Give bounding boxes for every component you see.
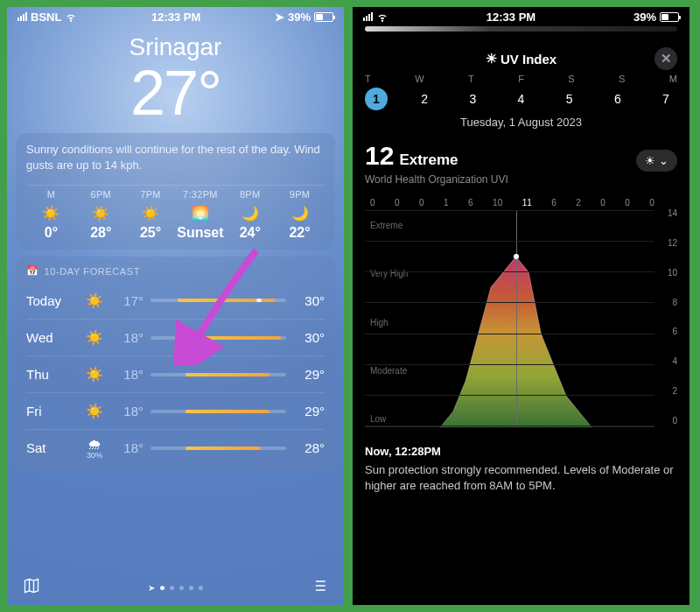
ten-day-card[interactable]: 📅 10-DAY FORECAST Today☀️17°30°Wed☀️18°3… xyxy=(16,257,335,469)
hour-label: M xyxy=(26,189,76,200)
location-arrow-icon: ➤ xyxy=(275,11,284,24)
uv-index-screen: 12:33 PM 39% ☀︎ UV Index ✕ TWTFSSM 12345… xyxy=(353,7,690,605)
hour-label: 7PM xyxy=(126,189,176,200)
hourly-item[interactable]: 9PM🌙22° xyxy=(275,189,325,241)
weekday-header: TWTFSSM xyxy=(365,74,677,84)
battery-pct: 39% xyxy=(288,11,311,24)
day-name: Wed xyxy=(26,330,75,345)
day-name: Thu xyxy=(26,367,75,382)
conditions-text: Sunny conditions will continue for the r… xyxy=(26,142,325,172)
status-bar: BSNL 12:33 PM ➤ 39% xyxy=(7,7,344,26)
uv-description: Sun protection strongly recommended. Lev… xyxy=(365,462,677,493)
list-button[interactable] xyxy=(311,577,328,598)
day-button[interactable]: 4 xyxy=(509,88,532,110)
now-dot xyxy=(514,254,519,259)
page-dots[interactable]: ➤ xyxy=(148,583,203,593)
clock: 12:33 PM xyxy=(486,11,536,24)
conditions-card[interactable]: Sunny conditions will continue for the r… xyxy=(16,133,335,250)
day-button[interactable]: 1 xyxy=(365,88,388,110)
high-temp: 29° xyxy=(286,404,325,419)
temp-range-bar xyxy=(150,299,286,302)
carrier-label: BSNL xyxy=(31,11,61,24)
chevron-down-icon: ⌄ xyxy=(659,154,668,167)
low-temp: 18° xyxy=(114,367,144,382)
uv-value: 12 xyxy=(365,141,394,171)
weather-icon: 🌅 xyxy=(175,205,225,222)
hour-label: 7:32PM xyxy=(175,189,225,200)
hour-value: 25° xyxy=(126,225,176,241)
weather-icon: ☀️ xyxy=(26,205,76,222)
low-temp: 18° xyxy=(114,404,144,419)
weather-icon: ☀️ xyxy=(75,366,114,383)
hour-label: 8PM xyxy=(225,189,275,200)
temp-range-bar xyxy=(150,336,286,340)
hour-value: 24° xyxy=(225,225,275,241)
ten-day-title: 10-DAY FORECAST xyxy=(45,266,140,277)
battery-icon xyxy=(314,12,333,22)
weather-icon: 🌙 xyxy=(275,205,325,222)
map-button[interactable] xyxy=(23,577,40,598)
weather-icon: ☀️ xyxy=(75,292,114,309)
metric-selector[interactable]: ☀︎ ⌄ xyxy=(636,150,677,172)
hourly-item[interactable]: M☀️0° xyxy=(26,189,76,241)
forecast-row[interactable]: Sat🌧30%18°28° xyxy=(26,429,325,466)
hour-label: 9PM xyxy=(275,189,325,200)
battery-pct: 39% xyxy=(634,11,656,24)
battery-icon xyxy=(660,12,679,22)
forecast-row[interactable]: Wed☀️18°30° xyxy=(26,319,325,355)
day-name: Sat xyxy=(26,440,75,455)
page-title: UV Index xyxy=(500,52,556,67)
uv-chart[interactable]: 00016101162000 14121086420 ExtremeVery H… xyxy=(365,194,677,433)
weather-icon: ☀️ xyxy=(75,329,114,346)
current-temp: 27° xyxy=(7,61,344,124)
selected-date: Tuesday, 1 August 2023 xyxy=(365,116,677,129)
hourly-item[interactable]: 7:32PM🌅Sunset xyxy=(175,189,225,241)
forecast-row[interactable]: Fri☀️18°29° xyxy=(26,392,325,429)
sun-icon: ☀︎ xyxy=(486,51,497,67)
uv-category: Extreme xyxy=(399,151,458,169)
weather-icon: ☀️ xyxy=(75,403,114,419)
low-temp: 18° xyxy=(114,440,144,455)
close-button[interactable]: ✕ xyxy=(654,47,677,70)
clock: 12:33 PM xyxy=(151,11,200,24)
hourly-item[interactable]: 6PM☀️28° xyxy=(76,189,126,241)
wifi-icon xyxy=(376,11,388,23)
weather-icon: 🌙 xyxy=(225,205,275,222)
hourly-forecast[interactable]: M☀️0°6PM☀️28°7PM☀️25°7:32PM🌅Sunset8PM🌙24… xyxy=(26,185,325,241)
hour-value: 0° xyxy=(26,225,76,241)
day-name: Fri xyxy=(26,404,75,419)
status-bar: 12:33 PM 39% xyxy=(353,7,690,26)
forecast-row[interactable]: Today☀️17°30° xyxy=(26,282,325,319)
day-button[interactable]: 3 xyxy=(461,88,484,110)
day-button[interactable]: 2 xyxy=(413,88,436,110)
weather-screen: BSNL 12:33 PM ➤ 39% Srinagar 27° Sunny c… xyxy=(7,7,344,605)
hour-value: 22° xyxy=(275,225,325,241)
high-temp: 30° xyxy=(286,293,325,308)
low-temp: 17° xyxy=(114,293,144,308)
cellular-icon xyxy=(363,12,373,21)
temp-range-bar xyxy=(150,447,286,450)
calendar-icon: 📅 xyxy=(26,265,39,277)
now-label: Now, 12:28PM xyxy=(365,445,441,458)
day-name: Today xyxy=(26,293,75,308)
bottom-toolbar: ➤ xyxy=(7,570,344,605)
day-button[interactable]: 5 xyxy=(558,88,581,110)
uv-gradient-bar xyxy=(365,26,677,32)
weather-icon: ☀️ xyxy=(76,205,126,222)
day-selector[interactable]: 1234567 xyxy=(365,88,677,110)
cellular-icon xyxy=(18,12,27,21)
hour-label: 6PM xyxy=(76,189,126,200)
high-temp: 30° xyxy=(286,330,325,345)
forecast-row[interactable]: Thu☀️18°29° xyxy=(26,355,325,392)
high-temp: 28° xyxy=(286,440,325,455)
wifi-icon xyxy=(65,11,77,23)
day-button[interactable]: 7 xyxy=(654,88,677,110)
low-temp: 18° xyxy=(114,330,144,345)
hourly-item[interactable]: 7PM☀️25° xyxy=(126,189,176,241)
hour-value: 28° xyxy=(76,225,126,241)
hourly-item[interactable]: 8PM🌙24° xyxy=(225,189,275,241)
temp-range-bar xyxy=(150,373,286,376)
weather-icon: 🌧30% xyxy=(75,437,114,460)
hour-value: Sunset xyxy=(175,225,225,241)
day-button[interactable]: 6 xyxy=(606,88,629,110)
